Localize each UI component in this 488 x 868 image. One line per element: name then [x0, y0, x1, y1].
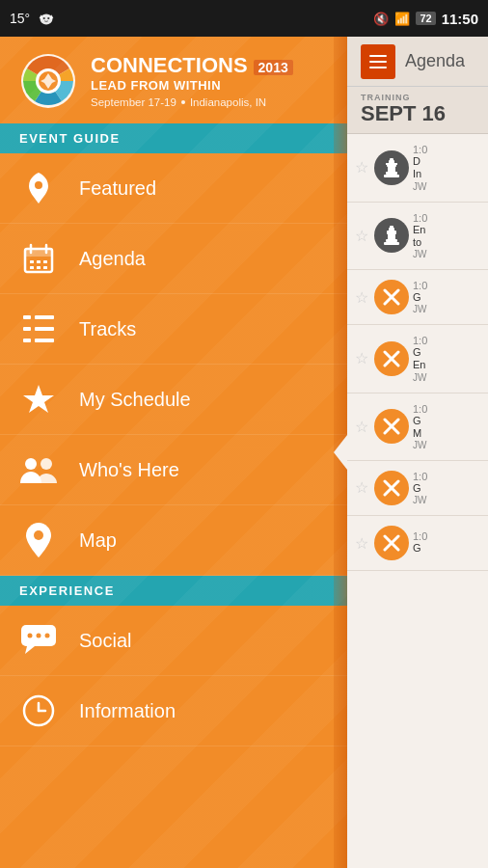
- svg-rect-24: [35, 339, 54, 342]
- event-sub-5: JW: [413, 440, 482, 450]
- event-icon-2: [374, 218, 409, 253]
- agenda-item-4[interactable]: ☆ 1:0 G En JW: [347, 325, 488, 393]
- event-content-7: 1:0 G: [413, 530, 482, 555]
- event-content-6: 1:0 G JW: [413, 471, 482, 505]
- menu-item-schedule[interactable]: My Schedule: [0, 365, 347, 435]
- logo-connections: CONNECTIONS 2013: [91, 55, 293, 76]
- svg-rect-18: [43, 266, 47, 269]
- svg-point-31: [37, 634, 41, 638]
- clock: 11:50: [442, 11, 478, 27]
- agenda-item-7[interactable]: ☆ 1:0 G: [347, 516, 488, 571]
- favorite-star-1[interactable]: ☆: [353, 159, 370, 176]
- logo-tagline: LEAD FROM WITHIN: [91, 78, 293, 93]
- event-guide-header: EVENT GUIDE: [0, 123, 347, 153]
- svg-rect-50: [390, 226, 393, 229]
- social-label: Social: [79, 630, 131, 652]
- event-content-5: 1:0 G M JW: [413, 403, 482, 450]
- hamburger-line-3: [369, 67, 387, 68]
- app-logo: [19, 52, 77, 110]
- favorite-star-3[interactable]: ☆: [353, 288, 370, 306]
- event-icon-5: [374, 409, 409, 444]
- people-icon: [19, 450, 58, 489]
- tracks-label: Tracks: [79, 318, 136, 340]
- agenda-item-6[interactable]: ☆ 1:0 G JW: [347, 461, 488, 516]
- event-title-7: G: [413, 542, 482, 555]
- schedule-label: My Schedule: [79, 389, 191, 411]
- menu-item-map[interactable]: Map: [0, 505, 347, 576]
- agenda-label: Agenda: [79, 248, 146, 270]
- svg-point-0: [41, 14, 53, 24]
- logo-date: September 17-19 Indianapolis, IN: [91, 96, 293, 108]
- svg-marker-25: [23, 385, 54, 413]
- logo-text: CONNECTIONS 2013 LEAD FROM WITHIN Septem…: [91, 55, 293, 108]
- svg-rect-46: [384, 242, 399, 245]
- svg-point-27: [41, 458, 52, 470]
- svg-point-8: [35, 181, 42, 189]
- event-icon-6: [374, 471, 409, 505]
- agenda-items-list: ☆ 1:0 D In: [347, 134, 488, 571]
- event-time-7: 1:0: [413, 530, 482, 542]
- agenda-item-3[interactable]: ☆ 1:0 G JW: [347, 270, 488, 325]
- sidebar-fold: [334, 37, 347, 868]
- sidebar: CONNECTIONS 2013 LEAD FROM WITHIN Septem…: [0, 37, 347, 868]
- map-pin-icon: [19, 521, 58, 559]
- status-right: 🔇 📶 72 11:50: [373, 11, 478, 27]
- agenda-item-5[interactable]: ☆ 1:0 G M JW: [347, 393, 488, 461]
- svg-rect-43: [386, 163, 389, 165]
- date-range: September 17-19: [91, 96, 176, 108]
- event-time-1: 1:0: [413, 144, 482, 155]
- favorite-star-5[interactable]: ☆: [353, 418, 370, 435]
- cat-icon: [36, 8, 57, 29]
- menu-item-tracks[interactable]: Tracks: [0, 294, 347, 365]
- calendar-icon: [19, 239, 58, 278]
- event-sub-2: JW: [413, 249, 482, 259]
- favorite-star-2[interactable]: ☆: [353, 227, 370, 244]
- event-time-2: 1:0: [413, 212, 482, 224]
- hamburger-button[interactable]: [361, 44, 395, 79]
- svg-point-3: [43, 17, 45, 19]
- svg-rect-44: [394, 163, 397, 165]
- event-title-3: G: [413, 291, 482, 304]
- svg-rect-38: [384, 175, 399, 177]
- menu-item-social[interactable]: Social: [0, 606, 347, 676]
- information-label: Information: [79, 700, 176, 722]
- menu-item-whos-here[interactable]: Who's Here: [0, 435, 347, 505]
- menu-item-agenda[interactable]: Agenda: [0, 224, 347, 294]
- event-content-2: 1:0 En to JW: [413, 212, 482, 259]
- event-sub-4: JW: [413, 372, 482, 383]
- favorite-star-4[interactable]: ☆: [353, 350, 370, 367]
- training-badge: TRAINING SEPT 16: [347, 87, 488, 134]
- event-title-2: En: [413, 224, 482, 236]
- fold-triangle: [334, 435, 347, 470]
- favorite-star-7[interactable]: ☆: [353, 534, 370, 552]
- event-icon-4: [374, 341, 409, 376]
- svg-rect-16: [30, 266, 34, 269]
- status-left: 15°: [10, 8, 57, 29]
- app-name: CONNECTIONS: [91, 55, 248, 76]
- favorite-star-6[interactable]: ☆: [353, 479, 370, 497]
- temperature: 15°: [10, 11, 30, 26]
- agenda-item-1[interactable]: ☆ 1:0 D In: [347, 134, 488, 202]
- event-subtitle-5: M: [413, 427, 482, 440]
- event-content-1: 1:0 D In JW: [413, 144, 482, 191]
- event-sub-6: JW: [413, 495, 482, 505]
- event-time-4: 1:0: [413, 335, 482, 346]
- svg-rect-47: [388, 233, 395, 240]
- svg-point-4: [47, 17, 49, 19]
- event-content-4: 1:0 G En JW: [413, 335, 482, 382]
- dot-separator: [181, 100, 185, 104]
- agenda-item-2[interactable]: ☆ 1:0 En to JW: [347, 203, 488, 270]
- menu-item-featured[interactable]: Featured: [0, 153, 347, 224]
- map-label: Map: [79, 529, 117, 552]
- event-time-3: 1:0: [413, 280, 482, 291]
- event-title-5: G: [413, 415, 482, 427]
- svg-point-26: [25, 458, 37, 470]
- experience-header: EXPERIENCE: [0, 576, 347, 606]
- event-title-1: D: [413, 155, 482, 168]
- battery-icon: 72: [416, 12, 435, 25]
- event-time-5: 1:0: [413, 403, 482, 415]
- svg-rect-39: [388, 166, 395, 173]
- agenda-title: Agenda: [405, 51, 465, 71]
- event-time-6: 1:0: [413, 471, 482, 482]
- menu-item-information[interactable]: Information: [0, 676, 347, 746]
